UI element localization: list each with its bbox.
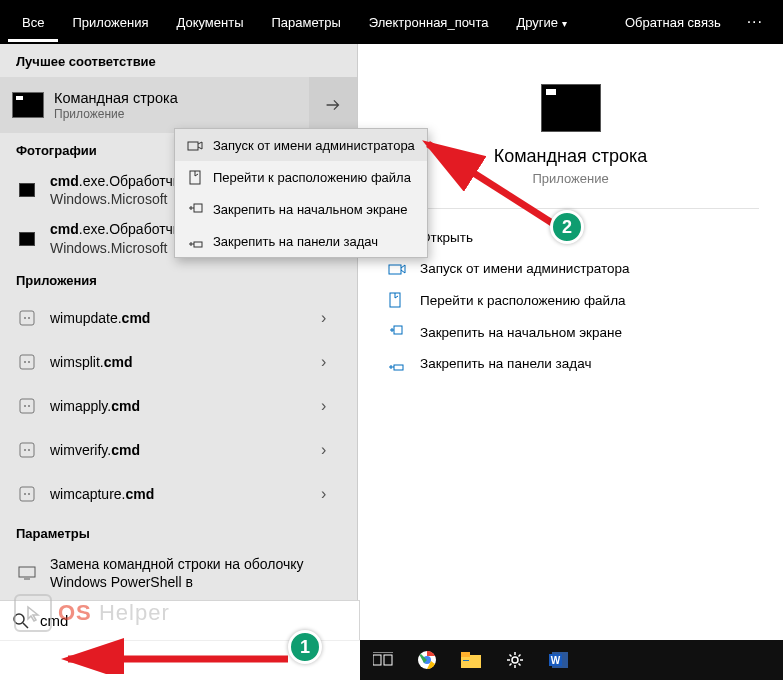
- svg-point-7: [24, 405, 26, 407]
- terminal-icon: [19, 232, 35, 246]
- section-settings: Параметры: [0, 516, 357, 549]
- svg-point-11: [28, 449, 30, 451]
- svg-rect-29: [384, 655, 392, 665]
- chrome-icon[interactable]: [416, 649, 438, 671]
- app-result-row[interactable]: wimcapture.cmd ›: [0, 472, 357, 516]
- section-best-match: Лучшее соответствие: [0, 44, 357, 77]
- ctx-run-admin[interactable]: Запуск от имени администратора: [175, 129, 427, 161]
- svg-rect-20: [394, 326, 402, 334]
- expand-button[interactable]: [309, 77, 357, 133]
- svg-text:W: W: [551, 655, 561, 666]
- annotation-badge-1: 1: [288, 630, 322, 664]
- svg-rect-34: [461, 652, 470, 657]
- app-result-row[interactable]: wimupdate.cmd ›: [0, 296, 357, 340]
- tab-apps[interactable]: Приложения: [58, 3, 162, 42]
- terminal-icon: [12, 92, 44, 118]
- svg-point-8: [28, 405, 30, 407]
- best-match-row[interactable]: Командная строка Приложение: [0, 77, 357, 133]
- svg-rect-21: [394, 365, 403, 370]
- svg-rect-12: [20, 487, 34, 501]
- svg-rect-18: [389, 265, 401, 274]
- file-explorer-icon[interactable]: [460, 649, 482, 671]
- tab-email[interactable]: Электронная_почта: [355, 3, 503, 42]
- taskbar: W: [360, 640, 783, 680]
- arrow-right-icon: [322, 94, 344, 116]
- tab-feedback[interactable]: Обратная связь: [611, 3, 735, 42]
- svg-point-10: [24, 449, 26, 451]
- svg-rect-24: [194, 204, 202, 212]
- app-result-row[interactable]: wimapply.cmd ›: [0, 384, 357, 428]
- action-pin-taskbar[interactable]: Закрепить на панели задач: [358, 348, 783, 379]
- monitor-icon: [18, 566, 36, 580]
- ctx-pin-start[interactable]: Закрепить на начальном экране: [175, 193, 427, 225]
- watermark: OS Helper: [14, 594, 170, 632]
- preview-app-icon: [541, 84, 601, 132]
- svg-point-36: [512, 657, 518, 663]
- folder-location-icon: [187, 169, 203, 185]
- svg-point-4: [24, 361, 26, 363]
- chevron-right-icon: ›: [321, 353, 341, 371]
- folder-location-icon: [388, 292, 406, 308]
- settings-icon[interactable]: [504, 649, 526, 671]
- svg-rect-0: [20, 311, 34, 325]
- script-icon: [19, 310, 35, 326]
- pin-start-icon: [187, 201, 203, 217]
- script-icon: [19, 442, 35, 458]
- tab-other[interactable]: Другие ▾: [502, 3, 580, 42]
- svg-rect-9: [20, 443, 34, 457]
- action-pin-start[interactable]: Закрепить на начальном экране: [358, 316, 783, 348]
- svg-point-1: [24, 317, 26, 319]
- annotation-badge-2: 2: [550, 210, 584, 244]
- tab-all[interactable]: Все: [8, 3, 58, 42]
- divider: [382, 208, 759, 209]
- cursor-icon: [14, 594, 52, 632]
- svg-point-5: [28, 361, 30, 363]
- script-icon: [19, 398, 35, 414]
- tab-settings[interactable]: Параметры: [257, 3, 354, 42]
- pin-taskbar-icon: [388, 357, 406, 371]
- chevron-right-icon: ›: [321, 309, 341, 327]
- best-match-subtitle: Приложение: [54, 107, 345, 121]
- ctx-pin-taskbar[interactable]: Закрепить на панели задач: [175, 225, 427, 257]
- shield-admin-icon: [187, 137, 203, 153]
- chevron-right-icon: ›: [321, 397, 341, 415]
- section-apps: Приложения: [0, 263, 357, 296]
- svg-rect-35: [463, 660, 469, 661]
- action-open-location[interactable]: Перейти к расположению файла: [358, 284, 783, 316]
- chevron-right-icon: ›: [321, 441, 341, 459]
- chevron-right-icon: ›: [321, 485, 341, 503]
- script-icon: [19, 354, 35, 370]
- shield-admin-icon: [388, 262, 406, 276]
- svg-point-13: [24, 493, 26, 495]
- context-menu: Запуск от имени администратора Перейти к…: [174, 128, 428, 258]
- settings-result-row[interactable]: Замена командной строки на оболочку Wind…: [0, 549, 357, 597]
- svg-point-14: [28, 493, 30, 495]
- pin-taskbar-icon: [187, 233, 203, 249]
- best-match-title: Командная строка: [54, 90, 345, 106]
- pin-start-icon: [388, 324, 406, 340]
- app-result-row[interactable]: wimverify.cmd ›: [0, 428, 357, 472]
- script-icon: [19, 486, 35, 502]
- search-filter-tabs: Все Приложения Документы Параметры Элект…: [0, 0, 783, 44]
- svg-rect-22: [188, 142, 198, 150]
- svg-rect-3: [20, 355, 34, 369]
- svg-point-2: [28, 317, 30, 319]
- more-menu-icon[interactable]: ···: [735, 13, 775, 31]
- ctx-open-location[interactable]: Перейти к расположению файла: [175, 161, 427, 193]
- tab-documents[interactable]: Документы: [162, 3, 257, 42]
- task-view-icon[interactable]: [372, 649, 394, 671]
- svg-rect-15: [19, 567, 35, 577]
- app-result-row[interactable]: wimsplit.cmd ›: [0, 340, 357, 384]
- word-icon[interactable]: W: [548, 649, 570, 671]
- svg-rect-25: [194, 242, 202, 247]
- svg-rect-28: [373, 655, 381, 665]
- svg-rect-6: [20, 399, 34, 413]
- terminal-icon: [19, 183, 35, 197]
